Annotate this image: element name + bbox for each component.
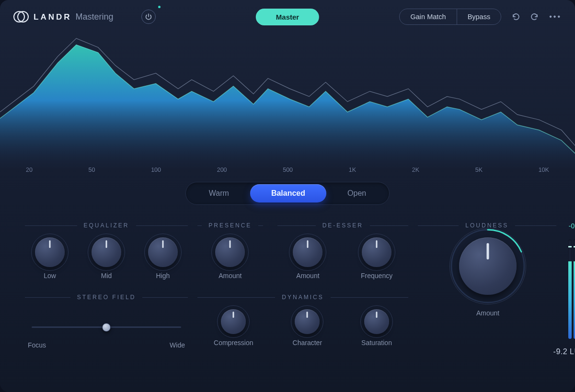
power-button[interactable] xyxy=(141,10,156,24)
knob-arc-icon xyxy=(449,228,526,304)
undo-button[interactable] xyxy=(511,12,520,22)
eq-low-knob[interactable]: Low xyxy=(35,237,65,280)
style-selector: WarmBalancedOpen xyxy=(185,182,390,205)
style-option-open[interactable]: Open xyxy=(326,184,387,202)
presence-section: PRESENCE Amount xyxy=(197,222,263,280)
section-title: EQUALIZER xyxy=(25,222,188,229)
dynamics-character-knob[interactable]: Character xyxy=(293,309,322,347)
master-button[interactable]: Master xyxy=(256,9,319,25)
knob-label: Amount xyxy=(296,272,319,280)
eq-high-knob[interactable]: High xyxy=(148,237,178,280)
stereo-focus-label: Focus xyxy=(28,341,46,349)
loudness-knob[interactable] xyxy=(459,237,517,295)
redo-button[interactable] xyxy=(530,12,540,22)
output-meter: 0-3-6-9-12-18-30-60-inf xyxy=(568,237,575,339)
knob-label: Frequency xyxy=(361,272,392,280)
loudness-section: LOUDNESS -0.2dB xyxy=(418,222,575,356)
section-title: DE-ESSER xyxy=(277,222,408,229)
stereo-wide-label: Wide xyxy=(170,341,185,349)
section-title: PRESENCE xyxy=(197,222,263,229)
activity-indicator-icon xyxy=(158,6,161,8)
stereo-field-section: STEREO FIELD Focus Wide xyxy=(25,294,188,349)
dynamics-section: DYNAMICS CompressionCharacterSaturation xyxy=(197,294,408,347)
spectrum-display xyxy=(0,25,575,168)
peak-db-readout: -0.2dB xyxy=(569,222,575,230)
loudness-knob-label: Amount xyxy=(476,309,499,317)
slider-thumb-icon[interactable] xyxy=(102,323,111,332)
style-option-balanced[interactable]: Balanced xyxy=(250,184,326,202)
knob-label: Mid xyxy=(101,272,112,280)
bypass-button[interactable]: Bypass xyxy=(457,9,501,24)
monitor-toggle: Gain Match Bypass xyxy=(399,9,501,25)
more-menu-button[interactable]: ••• xyxy=(549,12,562,21)
deesser-frequency-knob[interactable]: Frequency xyxy=(361,237,392,280)
brand-name: LANDR xyxy=(34,12,72,22)
lufs-readout: -9.2 LUFS xyxy=(418,347,575,356)
header: LANDR Mastering Master Gain Match Bypass… xyxy=(0,0,575,30)
dynamics-saturation-knob[interactable]: Saturation xyxy=(361,309,392,347)
knob-label: Amount xyxy=(218,272,242,280)
deesser-section: DE-ESSER AmountFrequency xyxy=(277,222,408,280)
knob-label: Compression xyxy=(214,339,253,347)
knob-label: High xyxy=(156,272,170,280)
deesser-amount-knob[interactable]: Amount xyxy=(293,237,322,280)
style-option-warm[interactable]: Warm xyxy=(188,184,250,202)
product-name: Mastering xyxy=(76,12,114,22)
knob-label: Low xyxy=(44,272,56,280)
gain-match-button[interactable]: Gain Match xyxy=(400,9,456,24)
stereo-width-slider[interactable] xyxy=(32,326,181,328)
knob-label: Character xyxy=(293,339,322,347)
app-window: LANDR Mastering Master Gain Match Bypass… xyxy=(0,0,575,392)
presence-amount-knob[interactable]: Amount xyxy=(215,237,245,280)
knob-label: Saturation xyxy=(361,339,392,347)
meter-bar-left xyxy=(568,239,572,339)
equalizer-section: EQUALIZER LowMidHigh xyxy=(25,222,188,280)
dynamics-compression-knob[interactable]: Compression xyxy=(214,309,253,347)
section-title: DYNAMICS xyxy=(197,294,408,301)
logo: LANDR Mastering xyxy=(13,9,114,24)
eq-mid-knob[interactable]: Mid xyxy=(92,237,121,280)
section-title: STEREO FIELD xyxy=(25,294,188,301)
logo-icon xyxy=(13,9,29,24)
